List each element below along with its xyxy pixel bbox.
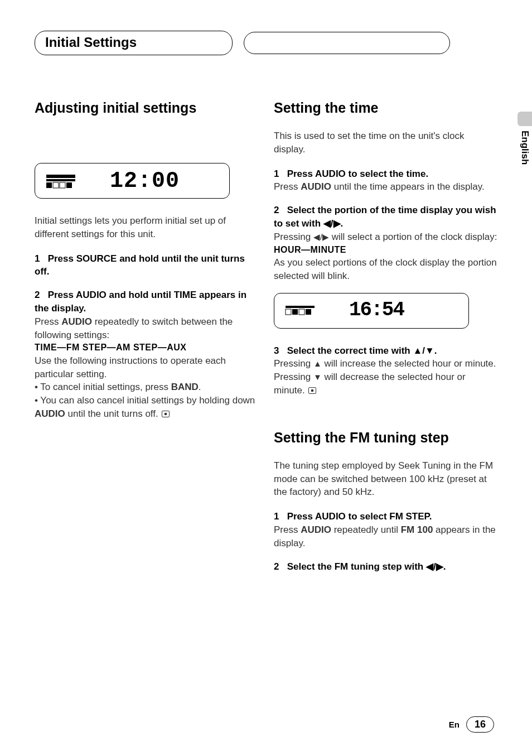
step-number: 1 <box>274 168 279 179</box>
step-number: 1 <box>35 253 40 264</box>
t: Use the following instructions to operat… <box>35 354 258 381</box>
right-s2-step2: 2 Select the FM tuning step with ◀/▶. <box>274 560 497 574</box>
intro-text: Initial settings lets you perform initia… <box>35 214 258 241</box>
step-lead: Press AUDIO to select the time. <box>287 168 429 179</box>
svg-rect-10 <box>306 309 311 315</box>
lcd-time-1: 12:00 <box>110 168 180 194</box>
step-lead: Press AUDIO to select FM STEP. <box>287 511 432 522</box>
intro-text: The tuning step employed by Seek Tuning … <box>274 459 497 499</box>
svg-rect-2 <box>46 182 52 188</box>
step-lead: Press AUDIO and hold until TIME appears … <box>35 290 246 314</box>
t: Press <box>35 316 61 327</box>
t: AUDIO <box>315 511 346 522</box>
svg-rect-1 <box>46 179 75 181</box>
step-number: 2 <box>274 205 279 215</box>
lcd-display-2: 16:54 <box>274 293 469 329</box>
t: AUDIO <box>61 316 92 327</box>
t: Press <box>287 511 315 522</box>
svg-rect-9 <box>299 309 304 315</box>
header-row: Initial Settings <box>35 31 497 55</box>
svg-rect-4 <box>60 182 65 188</box>
t: . <box>429 511 432 522</box>
svg-rect-8 <box>292 309 298 315</box>
t: • You can also cancel initial settings b… <box>35 395 255 406</box>
t: Pressing <box>274 232 313 242</box>
language-label: English <box>519 131 530 165</box>
t: Press <box>287 168 315 179</box>
step-number: 3 <box>274 345 279 356</box>
svg-rect-7 <box>286 309 291 315</box>
footer: En 16 <box>449 716 494 733</box>
t: 16:54 <box>349 298 404 321</box>
columns: Adjusting initial settings 12:00 Initial… <box>35 100 497 583</box>
t: SOURCE <box>76 253 117 264</box>
t: FM STEP <box>389 511 429 522</box>
t: ◀/▶ <box>313 232 329 242</box>
t: BAND <box>171 382 199 392</box>
svg-rect-6 <box>286 306 315 308</box>
section-title: Initial Settings <box>45 35 137 50</box>
step-lead: Select the portion of the time display y… <box>274 205 496 229</box>
t: TIME <box>174 290 197 300</box>
lcd-display-1: 12:00 <box>35 163 230 199</box>
step-number: 2 <box>35 290 40 300</box>
footer-lang: En <box>449 720 460 729</box>
t: ▼ <box>313 372 322 382</box>
svg-rect-3 <box>53 182 59 188</box>
right-s1-step2: 2 Select the portion of the time display… <box>274 204 497 282</box>
t: AUDIO <box>35 408 65 419</box>
right-s2-step1: 1 Press AUDIO to select FM STEP. Press A… <box>274 510 497 550</box>
step-number: 2 <box>274 561 279 572</box>
t: until the unit turns off. <box>65 408 158 419</box>
end-mark-icon <box>162 411 170 417</box>
t: Press <box>274 524 301 535</box>
step-lead: Select the correct time with ▲/▼. <box>287 345 437 356</box>
svg-rect-5 <box>66 182 72 188</box>
t: AUDIO <box>301 524 331 535</box>
left-step-1: 1 Press SOURCE and hold until the unit t… <box>35 252 258 279</box>
step-lead: Select the FM tuning step with ◀/▶. <box>287 561 446 572</box>
page: Initial Settings Adjusting initial setti… <box>0 0 532 583</box>
t: and hold until <box>107 290 174 300</box>
t: Press <box>274 181 301 192</box>
right-column: Setting the time This is used to set the… <box>274 100 497 583</box>
svg-rect-0 <box>46 175 75 178</box>
t: FM 100 <box>401 524 433 535</box>
t: to select the time. <box>346 168 428 179</box>
t: AUDIO <box>76 290 107 300</box>
lcd-time-2: 16:54 <box>349 301 404 319</box>
t: ▲ <box>313 359 322 368</box>
hour-minute-sequence: HOUR—MINUTE <box>274 244 497 256</box>
heading-setting-time: Setting the time <box>274 100 497 116</box>
t: • To cancel initial settings, press <box>35 382 171 392</box>
t: As you select portions of the clock disp… <box>274 256 497 283</box>
t: Pressing <box>274 358 313 369</box>
left-step-2: 2 Press AUDIO and hold until TIME appear… <box>35 288 258 421</box>
step-lead: Press SOURCE and hold until the unit tur… <box>35 253 245 277</box>
t: Press <box>48 290 76 300</box>
t: to select <box>346 511 389 522</box>
header-tab-empty <box>244 32 450 54</box>
intro-text: This is used to set the time on the unit… <box>274 129 497 156</box>
t: AUDIO <box>315 168 346 179</box>
page-number: 16 <box>466 716 494 733</box>
tuner-icon <box>284 302 316 319</box>
t: until the time appears in the display. <box>331 181 485 192</box>
t: repeatedly until <box>331 524 401 535</box>
t: . <box>199 382 201 392</box>
right-s1-step1: 1 Press AUDIO to select the time. Press … <box>274 167 497 194</box>
left-column: Adjusting initial settings 12:00 Initial… <box>35 100 258 583</box>
tuner-icon <box>45 172 76 189</box>
t: Press <box>48 253 76 264</box>
language-tab: English <box>518 112 532 165</box>
t: will select a portion of the clock displ… <box>329 232 497 242</box>
end-mark-icon <box>308 387 316 394</box>
heading-adjusting: Adjusting initial settings <box>35 100 258 116</box>
step-number: 1 <box>274 511 279 522</box>
heading-fm-step: Setting the FM tuning step <box>274 430 497 446</box>
settings-sequence: TIME—FM STEP—AM STEP—AUX <box>35 341 258 354</box>
section-title-tab: Initial Settings <box>35 31 233 55</box>
language-tab-bar <box>518 112 532 126</box>
right-s1-step3: 3 Select the correct time with ▲/▼. Pres… <box>274 344 497 397</box>
t: AUDIO <box>301 181 331 192</box>
